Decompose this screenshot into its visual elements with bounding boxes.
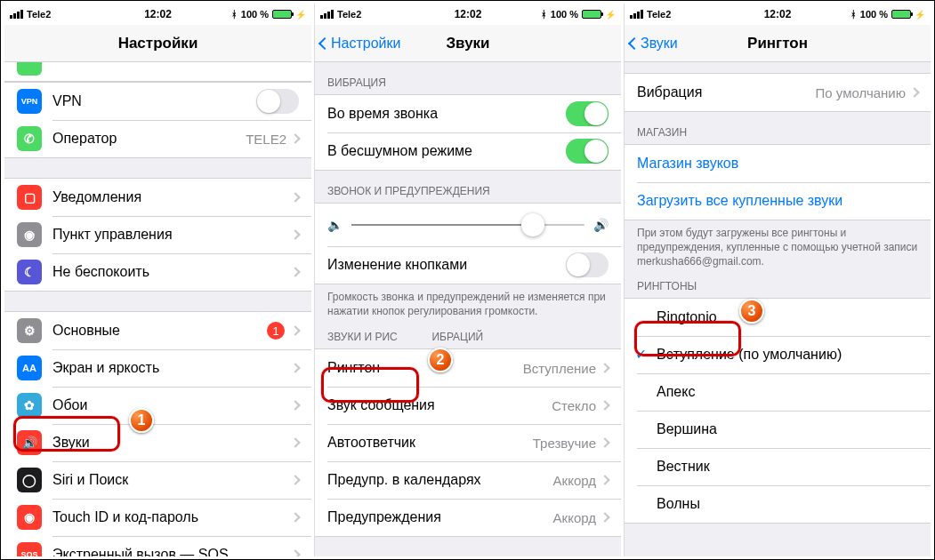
sounds-content[interactable]: ВИБРАЦИЯ Во время звонка В бесшумном реж…: [315, 62, 621, 556]
store-link-label: Магазин звуков: [637, 156, 918, 172]
vpn-toggle[interactable]: [256, 89, 299, 114]
sos-icon: SOS: [17, 542, 42, 556]
phone-ringtone: Tele2 12:02 ᚼ 100 % ⚡ Звуки Рингтон Вибр…: [624, 4, 931, 556]
row-vibrate-on-silent[interactable]: В бесшумном режиме: [315, 132, 621, 170]
partial-row[interactable]: [4, 62, 311, 82]
ringtone-custom-label: Ringtonio: [657, 309, 918, 325]
ringtone-value: Вступление: [523, 361, 596, 376]
row-ringtone-default[interactable]: ✓ Вступление (по умолчанию): [625, 336, 931, 373]
voicemail-value: Трезвучие: [533, 436, 596, 451]
calendar-value: Аккорд: [553, 473, 596, 488]
display-label: Экран и яркость: [52, 360, 292, 376]
row-vibration[interactable]: Вибрация По умолчанию: [625, 74, 931, 111]
chevron-right-icon: [600, 401, 609, 411]
chevron-right-icon: [290, 512, 300, 522]
touchid-icon: ◉: [17, 505, 42, 530]
annotation-number-3: 3: [739, 299, 764, 324]
row-ringtone-apex[interactable]: Апекс: [625, 373, 931, 411]
row-touchid[interactable]: ◉ Touch ID и код-пароль: [4, 499, 311, 536]
patterns-header-part1: ЗВУКИ И РИС: [327, 331, 398, 343]
row-general[interactable]: ⚙ Основные 1: [4, 312, 311, 349]
annotation-number-1: 1: [129, 408, 154, 433]
status-time: 12:02: [315, 8, 621, 20]
vpn-label: VPN: [52, 93, 256, 109]
header-vibration: ВИБРАЦИЯ: [315, 62, 621, 94]
row-wallpaper[interactable]: ✿ Обои: [4, 387, 311, 424]
status-bar: Tele2 12:02 ᚼ 100 % ⚡: [4, 4, 311, 25]
ringtone-default-label: Вступление (по умолчанию): [657, 347, 918, 363]
row-siri[interactable]: ◯ Siri и Поиск: [4, 461, 311, 499]
status-bar: Tele2 12:02 ᚼ 100 % ⚡: [315, 4, 621, 25]
chevron-right-icon: [600, 364, 609, 373]
status-time: 12:02: [625, 8, 931, 20]
row-vpn[interactable]: VPN VPN: [4, 83, 311, 120]
ringtone-volny-label: Волны: [657, 496, 918, 512]
change-buttons-label: Изменение кнопками: [327, 257, 566, 273]
row-reminders[interactable]: Предупреждения Аккорд: [315, 499, 621, 536]
header-store: МАГАЗИН: [625, 112, 931, 144]
text-tone-value: Стекло: [552, 398, 596, 413]
ringtone-vestnik-label: Вестник: [657, 459, 918, 475]
control-center-icon: ◉: [17, 222, 42, 247]
settings-content[interactable]: VPN VPN ✆ Оператор TELE2 ▢ Уведомления: [4, 62, 311, 556]
back-button[interactable]: Звуки: [630, 36, 678, 52]
download-link-label: Загрузить все купленные звуки: [637, 193, 918, 209]
row-ringtone-vershina[interactable]: Вершина: [625, 411, 931, 448]
row-display[interactable]: AA Экран и яркость: [4, 349, 311, 387]
row-ringtone-volny[interactable]: Волны: [625, 485, 931, 523]
control-center-label: Пункт управления: [52, 227, 292, 243]
row-notifications[interactable]: ▢ Уведомления: [4, 179, 311, 216]
row-change-with-buttons[interactable]: Изменение кнопками: [315, 246, 621, 284]
siri-icon: ◯: [17, 468, 42, 492]
row-ringtone-custom[interactable]: Ringtonio: [625, 299, 931, 336]
general-icon: ⚙: [17, 318, 42, 343]
siri-label: Siri и Поиск: [52, 472, 292, 488]
row-ringtone-vestnik[interactable]: Вестник: [625, 448, 931, 485]
chevron-right-icon: [290, 475, 300, 484]
chevron-right-icon: [909, 87, 919, 97]
row-ringtone[interactable]: Рингтон Вступление: [315, 349, 621, 387]
volume-slider[interactable]: [351, 224, 584, 226]
row-operator[interactable]: ✆ Оператор TELE2: [4, 120, 311, 157]
row-sound-store[interactable]: Магазин звуков: [625, 145, 931, 182]
page-title: Рингтон: [747, 35, 808, 52]
chevron-right-icon: [600, 438, 609, 448]
ringtone-content[interactable]: Вибрация По умолчанию МАГАЗИН Магазин зв…: [625, 62, 931, 556]
vibration-value: По умолчанию: [816, 85, 906, 100]
reminders-label: Предупреждения: [327, 509, 553, 525]
chevron-right-icon: [600, 476, 609, 485]
general-badge: 1: [267, 322, 285, 340]
notifications-icon: ▢: [17, 185, 42, 210]
vibrate-ring-label: Во время звонка: [327, 106, 566, 122]
vpn-icon: VPN: [17, 89, 42, 114]
phone-sounds: Tele2 12:02 ᚼ 100 % ⚡ Настройки Звуки ВИ…: [314, 4, 621, 556]
ringtone-vershina-label: Вершина: [657, 421, 918, 437]
operator-value: TELE2: [246, 132, 286, 147]
header-sound-patterns: ЗВУКИ И РИС XXXX ИБРАЦИЙ: [315, 327, 621, 348]
row-text-tone[interactable]: Звук сообщения Стекло: [315, 387, 621, 424]
chevron-left-icon: [628, 36, 641, 49]
row-dnd[interactable]: ☾ Не беспокоить: [4, 253, 311, 291]
row-vibrate-on-ring[interactable]: Во время звонка: [315, 95, 621, 132]
wallpaper-label: Обои: [52, 397, 292, 413]
phone-settings: Tele2 12:02 ᚼ 100 % ⚡ Настройки VPN VPN: [4, 4, 311, 556]
vibrate-ring-toggle[interactable]: [566, 101, 609, 126]
chevron-right-icon: [290, 549, 300, 556]
row-voicemail[interactable]: Автоответчик Трезвучие: [315, 424, 621, 461]
row-sounds[interactable]: 🔊 Звуки: [4, 424, 311, 461]
back-button[interactable]: Настройки: [320, 36, 400, 52]
back-label: Звуки: [641, 36, 678, 52]
battery-icon: [891, 10, 911, 19]
vibrate-silent-toggle[interactable]: [566, 139, 609, 164]
change-buttons-toggle[interactable]: [566, 252, 609, 277]
text-tone-label: Звук сообщения: [327, 397, 552, 413]
row-control-center[interactable]: ◉ Пункт управления: [4, 216, 311, 253]
row-volume-slider[interactable]: 🔈 🔊: [315, 204, 621, 246]
row-download-all[interactable]: Загрузить все купленные звуки: [625, 182, 931, 220]
chevron-right-icon: [290, 229, 300, 239]
sounds-label: Звуки: [52, 435, 292, 451]
navbar: Настройки: [4, 25, 311, 62]
row-calendar[interactable]: Предупр. в календарях Аккорд: [315, 461, 621, 499]
chevron-right-icon: [290, 400, 300, 410]
row-sos[interactable]: SOS Экстренный вызов — SOS: [4, 536, 311, 556]
